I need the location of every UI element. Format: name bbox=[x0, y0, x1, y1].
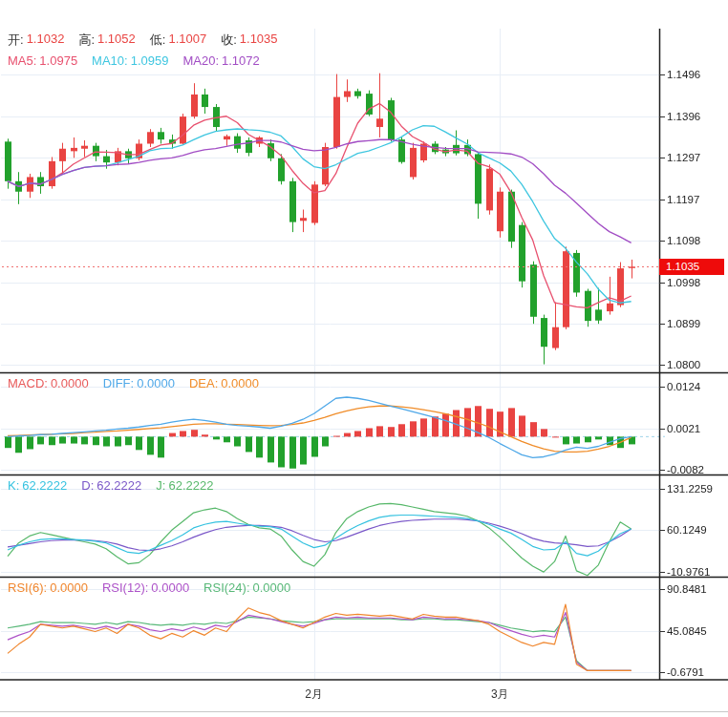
kdj-legend: K:62.2222 D:62.2222 J:62.2222 bbox=[8, 478, 213, 493]
macd-legend: MACD:0.0000 DIFF:0.0000 DEA:0.0000 bbox=[8, 376, 259, 390]
macd-value: MACD:0.0000 bbox=[8, 376, 89, 390]
month-label: 3月 bbox=[485, 686, 514, 703]
kdj-axis-label: 60.1249 bbox=[667, 523, 707, 537]
main-axis-label: 1.1396 bbox=[667, 110, 700, 123]
main-axis-label: 1.1496 bbox=[667, 68, 700, 81]
kline-app: 日 周 月 5分 15分 30分 60分 4时 开:1.1032 高:1.105… bbox=[0, 0, 728, 717]
rsi-axis-label: 90.8481 bbox=[667, 582, 707, 596]
ohlc-legend: 开:1.1032 高:1.1052 低:1.1007 收:1.1035 bbox=[8, 32, 278, 49]
main-axis-label: 1.1297 bbox=[667, 151, 700, 164]
k-value: K:62.2222 bbox=[8, 478, 67, 493]
dea-value: DEA:0.0000 bbox=[189, 376, 259, 390]
j-value: J:62.2222 bbox=[156, 478, 213, 493]
rsi-legend: RSI(6):0.0000 RSI(12):0.0000 RSI(24):0.0… bbox=[8, 580, 290, 595]
main-axis-label: 1.0998 bbox=[667, 276, 700, 289]
ma5-legend: MA5:1.0975 bbox=[8, 53, 77, 68]
rsi6-value: RSI(6):0.0000 bbox=[8, 580, 88, 595]
high-value: 1.1052 bbox=[97, 32, 136, 49]
rsi12-value: RSI(12):0.0000 bbox=[102, 580, 189, 595]
ma-legend: MA5:1.0975 MA10:1.0959 MA20:1.1072 bbox=[8, 53, 260, 68]
kdj-axis-label: -10.9761 bbox=[667, 565, 710, 579]
ma10-legend: MA10:1.0959 bbox=[92, 53, 168, 68]
kdj-axis-label: 131.2259 bbox=[667, 482, 713, 496]
macd-axis-label: 0.0124 bbox=[667, 380, 700, 393]
rsi-axis-label: -0.6791 bbox=[667, 665, 704, 679]
low-value: 1.1007 bbox=[168, 32, 206, 49]
main-axis-label: 1.0899 bbox=[667, 317, 700, 330]
open-value: 1.1032 bbox=[27, 32, 65, 49]
main-axis-label: 1.1197 bbox=[667, 193, 699, 206]
macd-axis-label: 0.0021 bbox=[667, 422, 700, 435]
diff-value: DIFF:0.0000 bbox=[103, 376, 175, 390]
macd-axis-label: -0.0082 bbox=[667, 463, 704, 476]
ma20-legend: MA20:1.1072 bbox=[182, 53, 259, 68]
month-label: 2月 bbox=[300, 686, 329, 703]
close-value: 1.1035 bbox=[240, 32, 278, 49]
rsi24-value: RSI(24):0.0000 bbox=[203, 580, 290, 595]
d-value: D:62.2222 bbox=[81, 478, 141, 493]
kline-canvas[interactable] bbox=[0, 0, 728, 717]
rsi-axis-label: 45.0845 bbox=[667, 624, 707, 638]
main-axis-label: 1.1098 bbox=[667, 234, 700, 247]
current-price-badge: 1.1035 bbox=[659, 259, 724, 275]
main-axis-label: 1.0800 bbox=[667, 358, 700, 371]
